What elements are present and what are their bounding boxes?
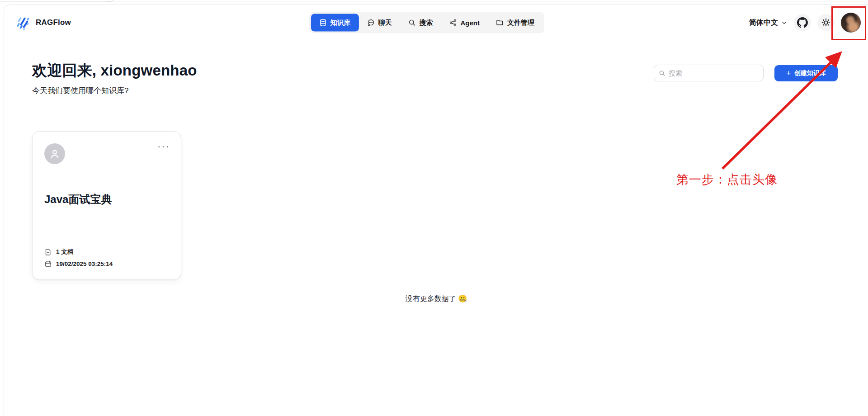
document-icon (44, 248, 52, 256)
user-avatar[interactable] (841, 13, 861, 33)
tab-knowledge-base[interactable]: 知识库 (311, 14, 359, 31)
tab-agent[interactable]: Agent (441, 14, 487, 31)
tab-chat[interactable]: 聊天 (359, 14, 400, 31)
tab-label: 文件管理 (507, 18, 534, 27)
ragflow-logo[interactable]: RAGFlow (15, 14, 71, 31)
kb-card-meta: 1 文档 19/02/2025 03:25:14 (44, 248, 113, 268)
page-subtitle: 今天我们要使用哪个知识库? (32, 85, 128, 96)
chat-icon (367, 19, 374, 26)
app-title: RAGFlow (36, 18, 71, 27)
no-more-data-divider: 没有更多数据了 🤐 (4, 294, 868, 303)
tab-label: 搜索 (419, 18, 433, 27)
person-icon (49, 148, 61, 160)
header-actions: 简体中文 (749, 5, 861, 40)
github-icon (797, 17, 808, 28)
tab-search[interactable]: 搜索 (400, 14, 441, 31)
tab-file-management[interactable]: 文件管理 (488, 14, 542, 31)
app-header: RAGFlow 知识库 聊天 (4, 5, 868, 40)
search-input[interactable] (669, 69, 759, 77)
tab-label: 聊天 (378, 18, 392, 27)
kb-card[interactable]: ··· Java面试宝典 1 文档 19/02/2025 03:25:14 (32, 131, 181, 280)
page-title: 欢迎回来, xiongwenhao (32, 60, 197, 81)
kb-search (654, 65, 764, 81)
kb-created-date: 19/02/2025 03:25:14 (56, 260, 113, 267)
kb-avatar (44, 143, 65, 164)
kb-doc-count: 1 文档 (56, 248, 73, 256)
create-kb-label: 创建知识库 (794, 69, 826, 77)
search-icon (408, 19, 415, 26)
agent-icon (449, 19, 457, 26)
no-more-data-text: 没有更多数据了 🤐 (399, 294, 473, 304)
chevron-down-icon (781, 19, 788, 26)
annotation-step-text: 第一步：点击头像 (676, 171, 778, 188)
kb-created-row: 19/02/2025 03:25:14 (44, 260, 113, 268)
sun-icon (821, 18, 831, 28)
database-icon (319, 19, 326, 26)
calendar-icon (44, 260, 52, 268)
folder-icon (496, 19, 504, 26)
card-more-menu[interactable]: ··· (156, 140, 172, 153)
search-icon (659, 70, 665, 77)
main-nav: 知识库 聊天 搜索 (309, 12, 544, 33)
ragflow-logo-icon (15, 14, 31, 31)
tab-label: Agent (460, 19, 479, 26)
kb-doc-count-row: 1 文档 (44, 248, 113, 256)
plus-icon: + (786, 69, 791, 77)
tab-label: 知识库 (330, 18, 350, 27)
create-kb-button[interactable]: + 创建知识库 (774, 65, 838, 81)
ragflow-app: RAGFlow 知识库 聊天 (4, 5, 868, 416)
language-selector[interactable]: 简体中文 (749, 18, 788, 28)
kb-card-title: Java面试宝典 (44, 192, 112, 207)
theme-toggle[interactable] (817, 14, 835, 31)
github-button[interactable] (794, 14, 811, 31)
language-label: 简体中文 (749, 18, 778, 28)
